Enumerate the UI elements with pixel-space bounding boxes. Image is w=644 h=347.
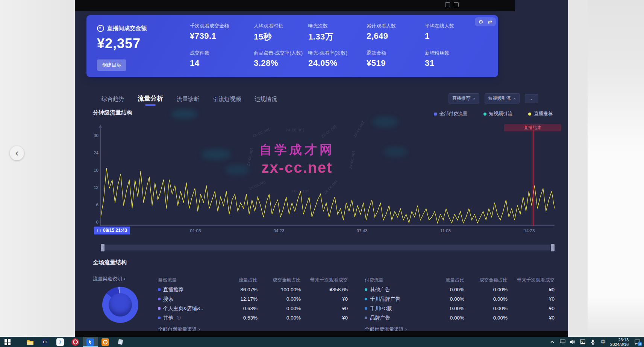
metric-cell: 累计观看人数2,649 <box>367 23 429 41</box>
channel-explain-link[interactable]: 流量渠道说明 › <box>93 275 125 282</box>
col-gmv-share: 成交金额占比 <box>258 277 301 283</box>
close-icon[interactable]: × <box>473 96 475 101</box>
volume-icon[interactable] <box>570 339 576 345</box>
scrollbar-right-handle[interactable] <box>551 244 555 251</box>
screen-glare <box>171 109 197 119</box>
filter-dropdown-chevron[interactable]: ⌄ <box>525 94 538 103</box>
x-tick: 14:23 <box>516 228 542 233</box>
table-row[interactable]: 千川PC版 0.00% 0.00% ¥0 <box>365 304 555 313</box>
metric-value: 15秒 <box>254 31 316 43</box>
window-controls[interactable] <box>445 2 459 7</box>
legend-label: 直播推荐 <box>534 111 553 117</box>
cell-traffic-share: 0.00% <box>429 296 464 302</box>
y-tick: 18 <box>81 168 98 172</box>
tab-short-video[interactable]: 引流短视频 <box>213 96 241 107</box>
row-label: 个人主页&店铺&.. <box>163 305 203 312</box>
filter-tag-short-video[interactable]: 短视频引流× <box>485 93 520 103</box>
table-row[interactable]: 其他ⓘ 0.53% 0.00% ¥0 <box>158 313 348 323</box>
scrollbar-track[interactable] <box>105 245 550 250</box>
table-row[interactable]: 其他广告 0.00% 0.00% ¥0 <box>365 285 555 294</box>
ime-indicator[interactable]: 中 <box>600 339 606 345</box>
legend-item-paid[interactable]: 全部付费流量 <box>434 111 468 117</box>
metric-value: ¥519 <box>367 58 429 68</box>
folder-icon <box>26 339 34 345</box>
cell-gpm: ¥0 <box>301 296 348 302</box>
filter-tag-row: 直播推荐× 短视频引流× ⌄ <box>449 93 538 103</box>
close-icon[interactable]: × <box>514 96 516 101</box>
traffic-donut-chart[interactable] <box>102 287 138 323</box>
start-button[interactable] <box>0 337 15 347</box>
cursor-app-icon <box>86 338 94 346</box>
filter-tag-live-recommend[interactable]: 直播推荐× <box>449 93 479 103</box>
minute-traffic-chart[interactable] <box>101 126 555 227</box>
cell-gmv-share: 0.00% <box>464 287 508 292</box>
legend-swatch <box>528 113 531 116</box>
table-row[interactable]: 品牌广告 0.00% 0.00% ¥0 <box>365 313 555 323</box>
orange-app-icon <box>102 338 109 346</box>
window-control-icon[interactable] <box>445 2 450 7</box>
metric-cell: 平均在线人数1 <box>425 23 487 41</box>
taskbar-clock[interactable]: 23:13 2024/8/16 <box>610 338 629 347</box>
app-window: 直播间成交金额 ¥2,357 创建目标 ⚙ ⇄ 千次观看成交金额¥739.1 人… <box>75 0 568 337</box>
screenshot-tray-icon[interactable] <box>580 339 586 345</box>
notification-center-button[interactable]: 3 <box>634 339 640 345</box>
series-bullet <box>158 307 161 310</box>
tab-traffic-analysis[interactable]: 流量分析 <box>138 94 163 107</box>
series-bullet <box>365 307 367 310</box>
chart-range-scrollbar[interactable] <box>101 244 555 251</box>
tab-traffic-diagnosis[interactable]: 流量诊断 <box>177 96 199 107</box>
microphone-icon[interactable] <box>590 339 596 345</box>
series-bullet <box>158 298 161 300</box>
summary-title: 直播间成交金额 <box>107 25 147 32</box>
chevron-down-icon: ⌄ <box>530 96 533 101</box>
scrollbar-left-handle[interactable] <box>101 244 105 251</box>
time-range-start-chip[interactable]: ⋮⋮08/15 21:43 <box>94 227 130 234</box>
metric-label: 商品点击-成交率(人数) <box>254 50 316 56</box>
taskbar-app-notes[interactable] <box>113 337 128 347</box>
table-row[interactable]: 个人主页&店铺&.. 0.63% 0.00% ¥0 <box>158 304 348 313</box>
legend-swatch <box>434 113 437 116</box>
window-control-icon[interactable] <box>454 2 459 7</box>
series-bullet <box>158 288 161 291</box>
legend-item-short-video[interactable]: 短视频引流 <box>483 111 513 117</box>
info-icon[interactable]: ⓘ <box>177 315 181 321</box>
metric-label: 曝光次数 <box>308 23 370 29</box>
taskbar-app-live-companion[interactable] <box>83 337 98 347</box>
file-explorer-button[interactable] <box>23 337 38 347</box>
session-section-title: 全场流量结构 <box>93 259 127 266</box>
taskbar-tray: 中 23:13 2024/8/16 3 <box>549 338 644 347</box>
taskbar-app-blue[interactable]: 7 <box>53 337 68 347</box>
cell-gpm: ¥858.65 <box>301 287 348 292</box>
window-titlebar[interactable] <box>75 0 515 11</box>
metric-cell: 千次观看成交金额¥739.1 <box>190 23 252 41</box>
cell-gpm: ¥0 <box>508 287 555 292</box>
create-goal-button[interactable]: 创建目标 <box>97 59 126 71</box>
swap-icon[interactable]: ⇄ <box>488 19 492 25</box>
metric-value: 1.33万 <box>308 31 370 43</box>
col-gmv-share: 成交金额占比 <box>464 277 508 283</box>
back-chevron-button[interactable]: ‹ <box>10 146 24 160</box>
cell-traffic-share: 0.53% <box>222 315 258 321</box>
table-row[interactable]: 搜索 12.17% 0.00% ¥0 <box>158 294 348 304</box>
tab-overall-trend[interactable]: 综合趋势 <box>102 96 124 107</box>
analytics-tabs: 综合趋势 流量分析 流量诊断 引流短视频 违规情况 <box>102 94 277 107</box>
metric-cell: 成交件数14 <box>190 50 252 68</box>
metric-value: 3.28% <box>254 58 316 68</box>
metric-label: 退款金额 <box>367 50 429 56</box>
display-cast-icon[interactable] <box>559 339 565 345</box>
cell-gmv-share: 0.00% <box>258 306 301 311</box>
legend-item-live-recommend[interactable]: 直播推荐 <box>528 111 553 117</box>
table-row[interactable]: 千川品牌广告 0.00% 0.00% ¥0 <box>365 294 555 304</box>
natural-traffic-table: 自然流量 流量占比 成交金额占比 带来千次观看成交 直播推荐 86.07% 10… <box>158 275 348 323</box>
cell-traffic-share: 0.00% <box>429 287 464 292</box>
row-label: 搜索 <box>163 296 173 303</box>
taskbar-app-red[interactable] <box>68 337 83 347</box>
taskbar-app-orange[interactable] <box>98 337 113 347</box>
cell-gmv-share: 100.00% <box>258 287 301 292</box>
table-row[interactable]: 直播推荐 86.07% 100.00% ¥858.65 <box>158 285 348 294</box>
tray-expand-chevron[interactable] <box>549 339 555 345</box>
metric-label: 人均观看时长 <box>254 23 316 29</box>
taskbar-app-lt[interactable]: LT <box>38 337 53 347</box>
tab-violations[interactable]: 违规情况 <box>255 96 277 107</box>
cell-gpm: ¥0 <box>508 306 555 311</box>
